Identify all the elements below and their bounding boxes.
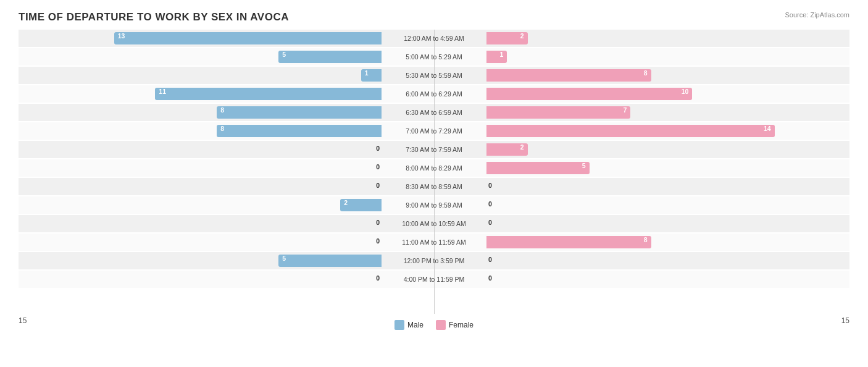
male-bar-value: 5: [282, 255, 286, 262]
female-zero-label: 0: [488, 200, 492, 208]
source-text: Source: ZipAtlas.com: [785, 11, 849, 19]
male-bar: 8: [217, 106, 382, 119]
chart-inner: 13212:00 AM to 4:59 AM515:00 AM to 5:29 …: [19, 30, 849, 314]
female-bar: 2: [486, 32, 528, 44]
female-bar-value: 2: [520, 32, 524, 40]
legend: Male Female: [394, 320, 474, 330]
female-bar-value: 8: [644, 69, 648, 77]
female-bar: 8: [486, 236, 651, 248]
male-zero-label: 0: [376, 219, 380, 226]
male-zero-label: 0: [376, 163, 380, 171]
female-bar: 1: [486, 51, 507, 63]
male-zero-label: 0: [376, 182, 380, 189]
female-bar: 10: [486, 88, 692, 100]
male-bar: 13: [114, 32, 382, 44]
chart-title: TIME OF DEPARTURE TO WORK BY SEX IN AVOC…: [19, 11, 849, 23]
female-bar-value: 10: [682, 88, 689, 95]
legend-male: Male: [394, 320, 424, 330]
male-bar: 1: [361, 69, 382, 82]
female-zero-label: 0: [488, 182, 492, 189]
male-zero-label: 0: [376, 145, 380, 152]
female-bar-value: 1: [499, 51, 503, 58]
male-bar: 5: [278, 255, 382, 267]
female-bar-value: 14: [764, 125, 771, 132]
axis-left: 15: [19, 316, 27, 330]
female-bar: 5: [486, 162, 590, 174]
female-bar: 2: [486, 143, 528, 156]
female-bar-value: 2: [520, 143, 524, 151]
center-line: [434, 30, 435, 314]
male-bar: 5: [278, 51, 382, 63]
male-bar: 11: [155, 88, 382, 100]
legend-male-label: Male: [407, 321, 424, 329]
male-bar: 2: [340, 199, 382, 211]
male-bar-value: 1: [365, 69, 369, 77]
female-bar-value: 8: [644, 236, 648, 243]
male-zero-label: 0: [376, 237, 380, 245]
male-bar-value: 8: [220, 125, 224, 132]
female-bar: 7: [486, 106, 630, 119]
legend-male-box: [394, 320, 404, 330]
male-bar-value: 8: [220, 106, 224, 114]
axis-right: 15: [841, 316, 849, 330]
male-zero-label: 0: [376, 274, 380, 282]
female-bar-value: 7: [623, 106, 627, 114]
chart-container: TIME OF DEPARTURE TO WORK BY SEX IN AVOC…: [0, 0, 868, 367]
male-bar-value: 5: [282, 51, 286, 58]
female-zero-label: 0: [488, 219, 492, 226]
male-bar-value: 2: [344, 199, 348, 206]
female-bar-value: 5: [582, 162, 586, 169]
legend-female: Female: [436, 320, 474, 330]
legend-female-label: Female: [449, 321, 474, 329]
male-bar-value: 11: [159, 88, 166, 95]
female-zero-label: 0: [488, 274, 492, 282]
legend-female-box: [436, 320, 446, 330]
male-bar-value: 13: [118, 32, 125, 40]
female-bar: 8: [486, 69, 651, 82]
female-bar: 14: [486, 125, 775, 137]
male-bar: 8: [217, 125, 382, 137]
female-zero-label: 0: [488, 256, 492, 263]
